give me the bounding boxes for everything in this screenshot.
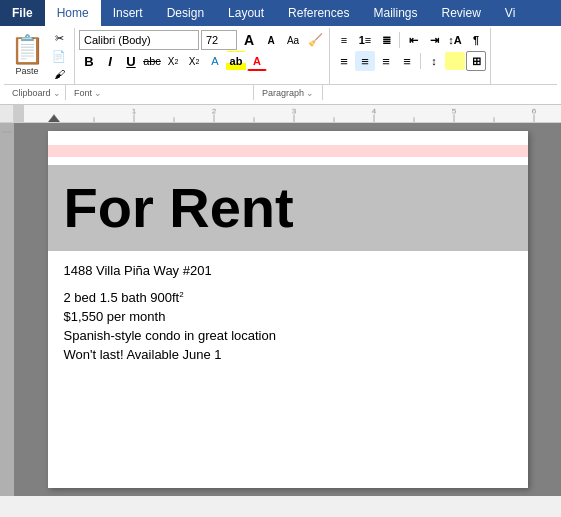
decrease-indent-button[interactable]: ⇤ bbox=[403, 30, 423, 50]
paragraph-group: ≡ 1≡ ≣ ⇤ ⇥ ↕A ¶ ≡ ≡ ≡ ≡ ↕ ⊞ bbox=[330, 28, 491, 84]
clipboard-label: Clipboard ⌄ bbox=[4, 85, 66, 100]
italic-button[interactable]: I bbox=[100, 51, 120, 71]
align-center-button[interactable]: ≡ bbox=[355, 51, 375, 71]
paragraph-label: Paragraph ⌄ bbox=[254, 85, 323, 100]
font-label: Font ⌄ bbox=[66, 85, 254, 100]
increase-font-button[interactable]: A bbox=[239, 30, 259, 50]
ribbon: 📋 Paste ✂ 📄 🖌 A A Aa 🧹 B I bbox=[0, 26, 561, 105]
address-line: 1488 Villa Piña Way #201 bbox=[64, 261, 512, 280]
change-case-button[interactable]: Aa bbox=[283, 30, 303, 50]
numbering-button[interactable]: 1≡ bbox=[355, 30, 375, 50]
tab-home[interactable]: Home bbox=[45, 0, 101, 26]
tab-layout[interactable]: Layout bbox=[216, 0, 276, 26]
document-page: For Rent 1488 Villa Piña Way #201 2 bed … bbox=[48, 131, 528, 488]
tab-insert[interactable]: Insert bbox=[101, 0, 155, 26]
doc-area-wrapper: For Rent 1488 Villa Piña Way #201 2 bed … bbox=[0, 123, 561, 496]
price-line: $1,550 per month bbox=[64, 307, 512, 326]
borders-button[interactable]: ⊞ bbox=[466, 51, 486, 71]
tab-file[interactable]: File bbox=[0, 0, 45, 26]
group-labels-row: Clipboard ⌄ Font ⌄ Paragraph ⌄ bbox=[4, 84, 557, 100]
copy-button[interactable]: 📄 bbox=[48, 48, 70, 64]
font-size-input[interactable] bbox=[201, 30, 237, 50]
subscript-button[interactable]: X2 bbox=[163, 51, 183, 71]
ruler-canvas bbox=[14, 105, 561, 122]
highlight-bar bbox=[48, 145, 528, 157]
sort-button[interactable]: ↕A bbox=[445, 30, 465, 50]
tab-references[interactable]: References bbox=[276, 0, 361, 26]
tab-mailings[interactable]: Mailings bbox=[361, 0, 429, 26]
tab-design[interactable]: Design bbox=[155, 0, 216, 26]
ruler-corner bbox=[0, 105, 14, 123]
paste-icon: 📋 bbox=[10, 36, 45, 64]
align-left-button[interactable]: ≡ bbox=[334, 51, 354, 71]
font-group: A A Aa 🧹 B I U abc X2 X2 A ab A bbox=[75, 28, 330, 84]
cut-copy-format: ✂ 📄 🖌 bbox=[48, 30, 70, 82]
ruler-row bbox=[0, 105, 561, 123]
decrease-font-button[interactable]: A bbox=[261, 30, 281, 50]
superscript-button[interactable]: X2 bbox=[184, 51, 204, 71]
tab-view[interactable]: Vi bbox=[493, 0, 527, 26]
cut-button[interactable]: ✂ bbox=[48, 30, 70, 46]
underline-button[interactable]: U bbox=[121, 51, 141, 71]
left-bar-marker bbox=[2, 131, 12, 133]
tab-review[interactable]: Review bbox=[429, 0, 492, 26]
justify-button[interactable]: ≡ bbox=[397, 51, 417, 71]
highlight-color-button[interactable]: ab bbox=[226, 51, 246, 71]
left-bar bbox=[0, 123, 14, 496]
format-buttons-row: B I U abc X2 X2 A ab A bbox=[79, 51, 325, 71]
bed-bath-line: 2 bed 1.5 bath 900ft2 bbox=[64, 288, 512, 307]
ruler bbox=[14, 105, 561, 123]
description-line: Spanish-style condo in great location bbox=[64, 326, 512, 345]
format-painter-button[interactable]: 🖌 bbox=[48, 66, 70, 82]
multilevel-list-button[interactable]: ≣ bbox=[376, 30, 396, 50]
show-formatting-button[interactable]: ¶ bbox=[466, 30, 486, 50]
strikethrough-button[interactable]: abc bbox=[142, 51, 162, 71]
doc-background[interactable]: For Rent 1488 Villa Piña Way #201 2 bed … bbox=[14, 123, 561, 496]
clipboard-group: 📋 Paste ✂ 📄 🖌 bbox=[4, 28, 75, 84]
for-rent-section: For Rent bbox=[48, 165, 528, 251]
document-body: 1488 Villa Piña Way #201 2 bed 1.5 bath … bbox=[48, 261, 528, 364]
increase-indent-button[interactable]: ⇥ bbox=[424, 30, 444, 50]
alignment-buttons-row: ≡ ≡ ≡ ≡ ↕ ⊞ bbox=[334, 51, 486, 71]
for-rent-heading: For Rent bbox=[64, 177, 294, 239]
align-right-button[interactable]: ≡ bbox=[376, 51, 396, 71]
shading-button[interactable] bbox=[445, 52, 465, 70]
font-name-input[interactable] bbox=[79, 30, 199, 50]
clear-formatting-button[interactable]: 🧹 bbox=[305, 30, 325, 50]
line-spacing-button[interactable]: ↕ bbox=[424, 51, 444, 71]
list-buttons-row: ≡ 1≡ ≣ ⇤ ⇥ ↕A ¶ bbox=[334, 30, 486, 50]
availability-line: Won't last! Available June 1 bbox=[64, 345, 512, 364]
bullets-button[interactable]: ≡ bbox=[334, 30, 354, 50]
paste-button[interactable]: 📋 Paste bbox=[8, 31, 46, 81]
ribbon-tabs: File Home Insert Design Layout Reference… bbox=[0, 0, 561, 26]
bold-button[interactable]: B bbox=[79, 51, 99, 71]
font-selector-row: A A Aa 🧹 bbox=[79, 30, 325, 50]
font-color-button[interactable]: A bbox=[247, 51, 267, 71]
text-effects-button[interactable]: A bbox=[205, 51, 225, 71]
